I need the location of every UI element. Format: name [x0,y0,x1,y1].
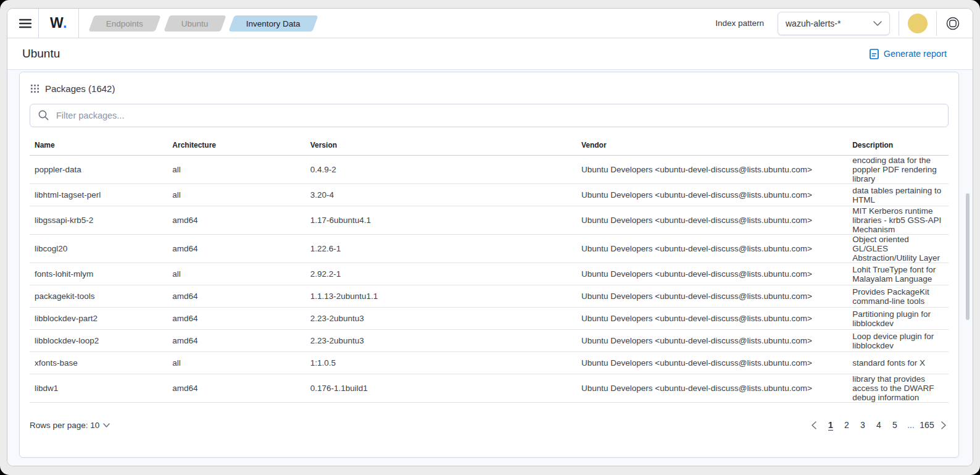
cell-name: packagekit-tools [30,285,167,308]
cell-vendor: Ubuntu Developers <ubuntu-devel-discuss@… [576,206,847,235]
next-page-button[interactable] [939,419,949,432]
help-ring-button[interactable] [945,16,960,31]
grab-handle-icon[interactable] [31,85,39,93]
page-number-button[interactable]: 165 [919,417,935,433]
cell-version: 2.92.2-1 [305,263,576,285]
column-header: Description [847,137,949,156]
cell-version: 3.20-4 [305,184,576,206]
column-header: Version [305,137,576,156]
report-icon [870,49,879,59]
prev-page-button[interactable] [809,419,819,432]
table-row[interactable]: xfonts-base all 1:1.0.5 Ubuntu Developer… [30,352,949,374]
cell-description: encoding data for the poppler PDF render… [847,156,949,184]
cell-description: data tables pertaining to HTML [847,184,949,206]
cell-version: 0.4.9-2 [305,156,576,184]
pagination: 12345...165 [809,417,949,433]
cell-description: standard fonts for X [847,352,949,374]
vertical-scrollbar[interactable] [966,193,970,320]
page-number-button[interactable]: 2 [839,417,855,433]
table-row[interactable]: fonts-lohit-mlym all 2.92.2-1 Ubuntu Dev… [30,263,949,285]
cell-description: library that provides access to the DWAR… [847,374,949,403]
breadcrumb-tab[interactable]: Ubuntu [164,15,226,32]
cell-name: libblockdev-part2 [30,308,167,330]
table-footer: Rows per page: 10 12345...165 [30,413,949,437]
table-row[interactable]: poppler-data all 0.4.9-2 Ubuntu Develope… [30,156,949,184]
index-pattern-select[interactable]: wazuh-alerts-* [778,12,890,35]
content-area: Packages (1642) NameArchitectureVersionV… [7,70,973,466]
table-row[interactable]: libdw1 amd64 0.176-1.1build1 Ubuntu Deve… [30,374,949,403]
chevron-down-icon [103,423,110,427]
wazuh-logo[interactable]: W. [39,15,78,32]
user-avatar[interactable] [908,14,928,33]
top-navigation-bar: W. Endpoints Ubuntu Inventory Data [7,9,973,38]
screen-background: W. Endpoints Ubuntu Inventory Data [0,0,980,475]
page-number-button[interactable]: 1 [823,417,839,433]
packages-panel: Packages (1642) NameArchitectureVersionV… [19,72,959,458]
cell-architecture: all [167,156,305,184]
table-row[interactable]: packagekit-tools amd64 1.1.13-2ubuntu1.1… [30,285,949,308]
cell-name: fonts-lohit-mlym [30,263,167,285]
table-row[interactable]: libcogl20 amd64 1.22.6-1 Ubuntu Develope… [30,235,949,263]
logo-dot: . [63,15,67,31]
cell-vendor: Ubuntu Developers <ubuntu-devel-discuss@… [576,156,847,184]
cell-version: 1.1.13-2ubuntu1.1 [305,285,576,308]
page-number-button[interactable]: ... [903,417,919,433]
cell-name: libgssapi-krb5-2 [30,206,167,235]
column-header: Vendor [576,137,847,156]
cell-version: 1.22.6-1 [305,235,576,263]
table-row[interactable]: libblockdev-loop2 amd64 2.23-2ubuntu3 Ub… [30,330,949,352]
menu-button[interactable] [12,9,38,38]
cell-architecture: all [167,184,305,206]
cell-description: Loop device plugin for libblockdev [847,330,949,352]
panel-header: Packages (1642) [31,83,949,94]
breadcrumb-label: Ubuntu [181,19,209,28]
filter-packages-input[interactable] [30,104,949,127]
cell-description: Object oriented GL/GLES Abstraction/Util… [847,235,949,263]
column-header: Name [30,137,167,156]
generate-report-button[interactable]: Generate report [870,49,947,59]
chevron-left-icon [812,421,816,429]
cell-vendor: Ubuntu Developers <ubuntu-devel-discuss@… [576,374,847,403]
title-bar: Ubuntu Generate report [7,38,973,70]
cell-name: poppler-data [30,156,167,184]
hamburger-icon [19,19,31,28]
rows-per-page-label: Rows per page: 10 [30,421,99,430]
divider [936,11,937,36]
cell-description: Provides PackageKit command-line tools [847,285,949,308]
cell-version: 2.23-2ubuntu3 [305,330,576,352]
table-header-row: NameArchitectureVersionVendorDescription [30,137,949,156]
page-title: Ubuntu [22,47,60,61]
cell-name: libhtml-tagset-perl [30,184,167,206]
cell-vendor: Ubuntu Developers <ubuntu-devel-discuss@… [576,352,847,374]
cell-architecture: amd64 [167,285,305,308]
table-row[interactable]: libhtml-tagset-perl all 3.20-4 Ubuntu De… [30,184,949,206]
breadcrumb-tab[interactable]: Inventory Data [229,15,318,32]
cell-description: Partitioning plugin for libblockdev [847,308,949,330]
cell-name: libcogl20 [30,235,167,263]
divider [78,9,79,38]
cell-version: 2.23-2ubuntu3 [305,308,576,330]
cell-description: Lohit TrueType font for Malayalam Langua… [847,263,949,285]
cell-architecture: amd64 [167,308,305,330]
cell-architecture: amd64 [167,206,305,235]
cell-vendor: Ubuntu Developers <ubuntu-devel-discuss@… [576,308,847,330]
cell-vendor: Ubuntu Developers <ubuntu-devel-discuss@… [576,330,847,352]
table-row[interactable]: libblockdev-part2 amd64 2.23-2ubuntu3 Ub… [30,308,949,330]
cell-name: libblockdev-loop2 [30,330,167,352]
filter-input-wrapper [30,104,949,127]
rows-per-page-button[interactable]: Rows per page: 10 [30,421,110,430]
ring-icon [945,16,960,31]
page-number-button[interactable]: 3 [855,417,871,433]
table-row[interactable]: libgssapi-krb5-2 amd64 1.17-6ubuntu4.1 U… [30,206,949,235]
cell-name: xfonts-base [30,352,167,374]
cell-name: libdw1 [30,374,167,403]
cell-architecture: amd64 [167,235,305,263]
chevron-right-icon [941,421,946,429]
page-numbers: 12345...165 [823,417,935,433]
breadcrumb-label: Inventory Data [246,19,301,28]
page-number-button[interactable]: 4 [871,417,887,433]
cell-version: 1.17-6ubuntu4.1 [305,206,576,235]
page-number-button[interactable]: 5 [887,417,903,433]
breadcrumb-tab[interactable]: Endpoints [88,15,161,32]
cell-vendor: Ubuntu Developers <ubuntu-devel-discuss@… [576,184,847,206]
